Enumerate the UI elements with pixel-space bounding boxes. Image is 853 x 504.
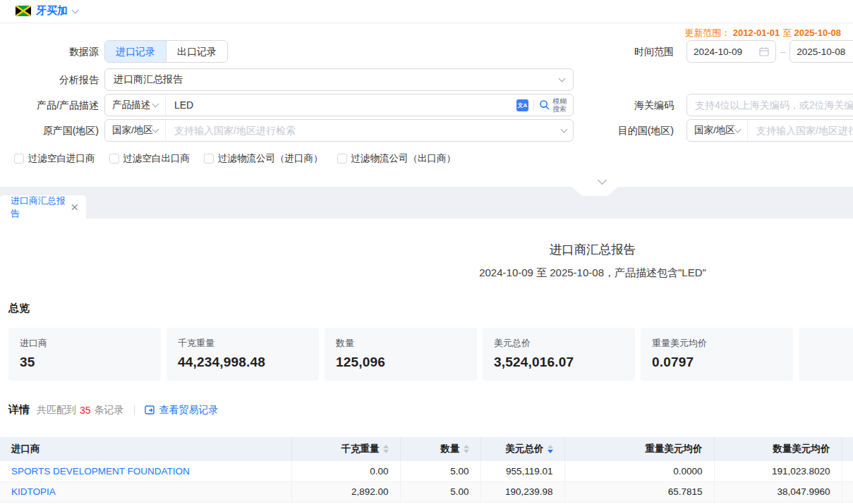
chevron-down-icon: [559, 75, 566, 82]
table-row: KIDTOPIA 2,892.00 5.00 190,239.98 65.781…: [0, 481, 853, 502]
destination-field-value: 国家/地区: [694, 124, 735, 137]
filter-panel: 更新范围： 2012-01-01 至 2025-10-08 数据源 进口记录 出…: [0, 24, 853, 187]
stat-card-clipped: [799, 328, 853, 381]
update-range-label: 更新范围：: [684, 27, 730, 38]
update-range-to: 2025-10-08: [794, 27, 842, 38]
stat-card-usd-per-kg: 重量美元均价 0.0797: [641, 328, 793, 381]
update-range: 更新范围： 2012-01-01 至 2025-10-08: [684, 27, 841, 39]
stat-card-importers: 进口商 35: [8, 328, 161, 381]
jamaica-flag-icon: [16, 6, 31, 16]
cell-clipped: [842, 481, 853, 502]
top-bar: 牙买加: [0, 0, 853, 23]
chevron-down-icon: [561, 126, 568, 133]
hs-code-input[interactable]: [687, 94, 853, 116]
product-search-group: 产品描述 文A 模糊: [104, 94, 574, 116]
cell-qty: 5.00: [400, 461, 480, 481]
country-name: 牙买加: [36, 4, 68, 18]
col-quantity[interactable]: 数量: [400, 437, 480, 461]
tab-title: 进口商汇总报告: [11, 195, 71, 220]
table-row: SPORTS DEVELOPMENT FOUNDATION 0.00 5.00 …: [0, 461, 853, 481]
time-range-label: 时间范围: [586, 40, 674, 63]
col-usd-per-qty: 数量美元均价: [714, 437, 842, 461]
start-date-input-wrap: [686, 40, 776, 63]
sort-icon[interactable]: [383, 445, 389, 453]
tab-importer-summary-report[interactable]: 进口商汇总报告: [0, 195, 86, 219]
chevron-down-icon: [734, 126, 742, 133]
destination-label: 目的国(地区): [586, 119, 674, 142]
tab-import-records[interactable]: 进口记录: [105, 41, 166, 62]
checkbox-filter-logistics-exporter[interactable]: 过滤物流公司（出口商）: [337, 152, 456, 165]
origin-label: 原产国(地区): [0, 119, 99, 142]
checkbox-filter-blank-importer[interactable]: 过滤空白进口商: [14, 152, 95, 165]
magnifier-icon: [539, 99, 550, 111]
divider: [134, 405, 135, 415]
sort-icon[interactable]: [464, 445, 469, 453]
update-range-to-word: 至: [782, 27, 792, 38]
stat-card-usd-total: 美元总价 3,524,016.07: [483, 328, 635, 381]
view-records-icon: [145, 405, 155, 415]
calendar-icon[interactable]: [759, 47, 769, 56]
col-usd-total[interactable]: 美元总价: [480, 437, 564, 461]
origin-field-select[interactable]: 国家/地区: [105, 120, 166, 141]
cell-kg: 2,892.00: [291, 481, 400, 502]
start-date-input[interactable]: [694, 47, 753, 57]
checkbox-icon: [337, 154, 347, 164]
importer-link[interactable]: KIDTOPIA: [11, 486, 56, 497]
col-clipped: [842, 437, 853, 461]
country-switcher[interactable]: 牙买加: [16, 4, 78, 18]
stat-card-quantity: 数量 125,096: [325, 328, 477, 381]
filter-collapse-notch: [571, 187, 618, 196]
tab-export-records[interactable]: 出口记录: [166, 41, 227, 62]
overview-cards: 进口商 35 千克重量 44,234,998.48 数量 125,096 美元总…: [8, 328, 853, 381]
overview-heading: 总览: [8, 302, 30, 315]
close-icon[interactable]: [71, 204, 78, 211]
checkbox-filter-blank-exporter[interactable]: 过滤空白出口商: [109, 152, 190, 165]
report-title: 进口商汇总报告: [0, 241, 853, 258]
view-trade-records-link[interactable]: 查看贸易记录: [145, 404, 219, 417]
detail-heading: 详情: [8, 403, 30, 417]
update-range-from: 2012-01-01: [733, 27, 780, 38]
checkbox-icon: [204, 154, 214, 164]
destination-field-select[interactable]: 国家/地区: [687, 120, 748, 141]
stat-card-kg-weight: 千克重量 44,234,998.48: [167, 328, 319, 381]
end-date-input[interactable]: [797, 47, 853, 57]
destination-group: 国家/地区: [686, 119, 853, 142]
col-kg-weight[interactable]: 千克重量: [291, 437, 400, 461]
cell-kg: 0.00: [291, 461, 400, 481]
origin-input[interactable]: [166, 120, 562, 141]
fuzzy-search-toggle[interactable]: 模糊 搜索: [539, 97, 567, 113]
cell-clipped: [842, 461, 853, 481]
product-field-select[interactable]: 产品描述: [105, 94, 166, 116]
data-source-tabs: 进口记录 出口记录: [104, 40, 228, 63]
end-date-input-wrap: [790, 40, 853, 63]
checkbox-filter-logistics-importer[interactable]: 过滤物流公司（进口商）: [204, 152, 323, 165]
checkbox-icon: [109, 154, 119, 164]
cell-qty: 5.00: [400, 481, 480, 502]
cell-usd-per-kg: 65.7815: [564, 481, 714, 502]
chevron-down-icon: [152, 101, 159, 108]
cell-usd-per-kg: 0.0000: [564, 461, 714, 481]
checkbox-icon: [14, 154, 24, 164]
report-select-label: 分析报告: [0, 68, 99, 91]
table-header-row: 进口商 千克重量 数量 美元总价 重量美元均价 数量美元均价: [0, 437, 853, 461]
cell-usd: 955,119.01: [480, 461, 564, 481]
importer-link[interactable]: SPORTS DEVELOPMENT FOUNDATION: [11, 466, 190, 477]
col-importer: 进口商: [0, 437, 291, 461]
destination-input[interactable]: [748, 120, 853, 141]
cell-usd-per-qty: 191,023.8020: [714, 461, 842, 481]
cell-usd: 190,239.98: [480, 481, 564, 502]
report-type-select[interactable]: 进口商汇总报告: [104, 68, 574, 91]
sort-icon-active[interactable]: [548, 445, 553, 453]
detail-row: 详情 共匹配到 35 条记录 查看贸易记录: [8, 403, 219, 417]
product-field-value: 产品描述: [112, 99, 150, 111]
product-keyword-input[interactable]: [166, 94, 516, 116]
filter-checkbox-row: 过滤空白进口商 过滤空白出口商 过滤物流公司（进口商） 过滤物流公司（出口商）: [14, 152, 456, 165]
translate-icon[interactable]: 文A: [516, 99, 528, 111]
match-count: 35: [80, 405, 91, 416]
origin-group: 国家/地区: [104, 119, 574, 142]
hs-code-label: 海关编码: [586, 94, 674, 116]
chevron-down-icon: [72, 6, 79, 13]
chevron-down-icon: [152, 126, 159, 133]
page: 牙买加 更新范围： 2012-01-01 至 2025-10-08 数据源 进口…: [0, 0, 853, 504]
col-usd-per-kg: 重量美元均价: [564, 437, 714, 461]
